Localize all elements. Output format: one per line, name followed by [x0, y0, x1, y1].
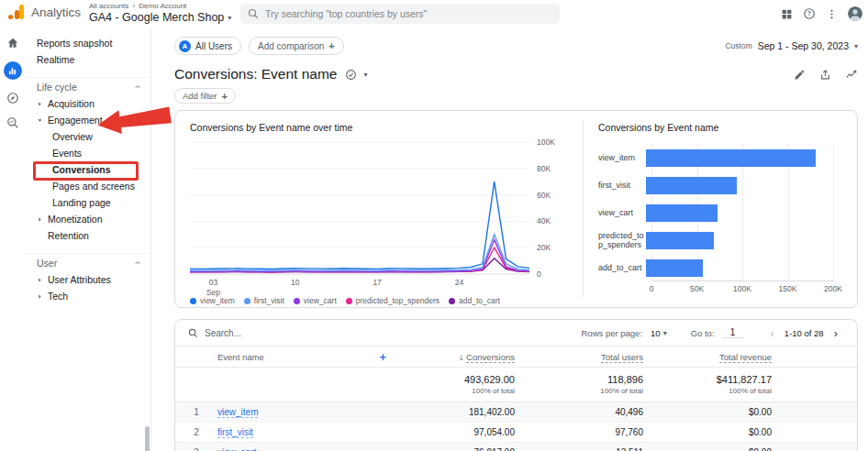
chevron-right-icon: [37, 211, 43, 227]
date-range-picker[interactable]: Custom Sep 1 - Sep 30, 2023 ▾: [725, 40, 858, 51]
global-search[interactable]: [240, 4, 560, 24]
chip-label: All Users: [195, 41, 232, 51]
add-filter-button[interactable]: Add filter +: [174, 88, 236, 104]
more-options-icon[interactable]: [826, 8, 838, 20]
breadcrumb-separator: ›: [132, 2, 135, 10]
breadcrumb-account[interactable]: Demo Account: [139, 2, 186, 10]
breadcrumb-all-accounts[interactable]: All accounts: [89, 2, 128, 10]
total-users: 118,896: [520, 374, 643, 385]
global-search-input[interactable]: [265, 8, 552, 19]
rows-per-page-select[interactable]: 10 ▾: [651, 328, 667, 338]
nav-tech[interactable]: Tech: [25, 288, 150, 304]
go-to-page-input[interactable]: [722, 327, 744, 338]
nav-section-label: User: [37, 254, 57, 272]
add-comparison-button[interactable]: Add comparison +: [249, 37, 344, 55]
previous-page-icon[interactable]: ‹: [768, 326, 777, 340]
nav-user-attributes[interactable]: User Attributes: [25, 271, 150, 288]
reports-icon[interactable]: [4, 61, 22, 80]
nav-engagement-events[interactable]: Events: [25, 145, 150, 161]
svg-text:80K: 80K: [537, 164, 551, 173]
chevron-down-icon: [37, 112, 43, 128]
event-name-link[interactable]: first_visit: [217, 427, 253, 438]
column-conversions[interactable]: ↓Conversions: [392, 352, 520, 362]
legend-item[interactable]: first_visit: [244, 296, 284, 305]
apps-grid-icon[interactable]: [781, 8, 793, 20]
analytics-home-link[interactable]: Analytics: [7, 4, 81, 20]
report-title-row: Conversions: Event name ▾: [174, 62, 858, 86]
chevron-up-icon: [134, 254, 141, 272]
total-conversions: 493,629.00: [392, 374, 515, 385]
home-icon[interactable]: [6, 37, 19, 50]
nav-acquisition[interactable]: Acquisition: [25, 95, 150, 112]
event-name-link[interactable]: view_cart: [217, 447, 256, 451]
nav-monetization[interactable]: Monetization: [25, 211, 150, 227]
bar[interactable]: [646, 177, 737, 194]
advertising-icon[interactable]: [6, 116, 19, 129]
pagination-controls: Rows per page: 10 ▾ Go to: ‹ 1-10 of 28 …: [582, 326, 841, 340]
bar[interactable]: [646, 149, 816, 167]
nav-label: Acquisition: [48, 95, 95, 112]
property-selector[interactable]: GA4 - Google Merch Shop ▾: [89, 11, 231, 24]
bar[interactable]: [646, 232, 714, 249]
add-dimension-icon[interactable]: +: [379, 350, 392, 364]
nav-realtime[interactable]: Realtime: [25, 51, 150, 68]
legend-item[interactable]: view_cart: [294, 296, 337, 305]
column-total-revenue[interactable]: Total revenue: [649, 352, 777, 362]
legend-dot-icon: [244, 298, 250, 304]
chevron-down-icon[interactable]: ▾: [363, 71, 367, 79]
chip-label: Add comparison: [258, 41, 324, 51]
next-page-icon[interactable]: ›: [831, 326, 840, 340]
share-icon[interactable]: [819, 69, 831, 81]
nav-section-user[interactable]: User: [25, 253, 150, 271]
explore-icon[interactable]: [6, 92, 19, 104]
chevron-right-icon: [37, 95, 43, 112]
nav-label: Events: [52, 145, 82, 161]
table-totals-row: 493,629.00 100% of total 118,896 100% of…: [175, 368, 857, 402]
avatar[interactable]: [848, 6, 862, 21]
bar-track: [646, 259, 833, 277]
event-name-link[interactable]: view_item: [217, 407, 258, 418]
cell-total-users: 40,496: [520, 407, 649, 417]
all-users-chip[interactable]: A All Users: [174, 37, 241, 55]
table-row: 1 view_item 181,402.00 40,496 $0.00: [175, 402, 857, 423]
table-search-input[interactable]: [205, 328, 324, 338]
help-icon[interactable]: ?: [803, 7, 816, 20]
legend-item[interactable]: predicted_top_spenders: [346, 296, 440, 305]
reports-nav: Reports snapshot Realtime Life cycle Acq…: [25, 28, 151, 451]
nav-engagement-overview[interactable]: Overview: [25, 128, 150, 145]
row-index: 3: [175, 447, 217, 451]
filter-row: Add filter +: [174, 88, 236, 104]
nav-reports-snapshot[interactable]: Reports snapshot: [25, 35, 150, 51]
date-range-type: Custom: [725, 41, 751, 50]
nav-engagement-conversions[interactable]: Conversions: [25, 161, 150, 178]
breadcrumb[interactable]: All accounts › Demo Account: [89, 2, 231, 10]
nav-label: Retention: [48, 227, 89, 244]
nav-scrollbar[interactable]: [145, 426, 150, 451]
bar-category-label: view_cart: [598, 208, 646, 217]
line-chart-panel: Conversions by Event name over time 020K…: [175, 111, 583, 307]
line-chart-plot[interactable]: 020K40K60K80K100K: [190, 138, 570, 278]
bar-track: [646, 177, 833, 194]
bar[interactable]: [646, 259, 703, 277]
nav-retention[interactable]: Retention: [25, 227, 150, 244]
nav-section-lifecycle[interactable]: Life cycle: [25, 77, 150, 95]
bar[interactable]: [646, 204, 718, 222]
sort-descending-icon: ↓: [459, 352, 463, 362]
nav-engagement-pages-screens[interactable]: Pages and screens: [25, 178, 150, 194]
x-tick-label: 0: [650, 284, 654, 293]
x-tick-label: 24: [455, 278, 463, 288]
legend-item[interactable]: view_item: [190, 296, 235, 305]
check-circle-icon[interactable]: [345, 69, 357, 81]
nav-engagement[interactable]: Engagement: [25, 112, 150, 128]
table-search[interactable]: [188, 328, 324, 338]
row-index: 1: [175, 407, 217, 417]
pagination-range: 1-10 of 28: [785, 328, 824, 338]
edit-report-icon[interactable]: [794, 69, 806, 81]
nav-engagement-landing-page[interactable]: Landing page: [25, 194, 150, 211]
chevron-right-icon: [37, 271, 43, 288]
column-total-users[interactable]: Total users: [520, 352, 649, 362]
column-event-name[interactable]: Event name: [217, 352, 264, 362]
insights-icon[interactable]: [845, 68, 858, 81]
legend-item[interactable]: add_to_cart: [449, 296, 500, 305]
cell-conversions: 76,817.00: [392, 447, 520, 451]
